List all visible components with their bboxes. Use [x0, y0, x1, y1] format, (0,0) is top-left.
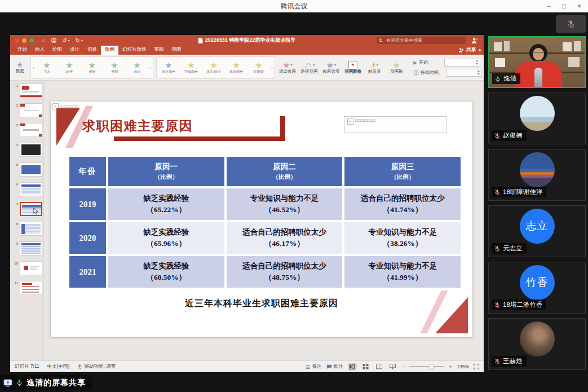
screen-share-banner[interactable]: 逸清的屏幕共享 [0, 375, 92, 390]
redo-icon[interactable]: ↻ [75, 35, 79, 46]
home-icon[interactable]: ⌂ [42, 35, 46, 46]
tab-insert[interactable]: 插入 [31, 45, 48, 55]
slide-table[interactable]: 年份 原因一（比例） 原因二（比例） 原因三（比例） 2019 缺乏实践经验（6… [69, 157, 461, 288]
accessibility-status[interactable]: 辅助功能: 调查 [84, 363, 116, 370]
undo-caret-icon[interactable]: ▾ [68, 38, 69, 42]
minimize-button[interactable]: − [547, 0, 551, 12]
participant-tile-wangmehan[interactable]: 王赫焓 [488, 318, 586, 370]
fit-to-window-icon[interactable] [474, 364, 479, 369]
toolbar-caret-icon[interactable]: ▾ [81, 38, 83, 42]
gallery-prev-icon[interactable]: ‹ [32, 65, 36, 71]
slide-sorter-view-button[interactable] [361, 363, 370, 371]
table-year-cell: 2019 [69, 188, 106, 220]
traffic-light-minimize-icon[interactable] [22, 38, 26, 43]
tab-design[interactable]: 设计 [66, 45, 83, 55]
normal-view-button[interactable] [348, 363, 357, 371]
start-select[interactable] [444, 59, 480, 67]
language-indicator[interactable]: 中文(中国) [47, 363, 70, 370]
missing-image-placeholder-box[interactable]: × □□□□□□□ [344, 116, 446, 133]
slide-caption[interactable]: 近三年本科毕业生求职困难主要原因 [51, 298, 472, 310]
slide-thumbnail-6[interactable]: 6 [10, 182, 43, 196]
comments-button[interactable]: 批注 [326, 363, 343, 370]
tab-view[interactable]: 视图 [168, 45, 185, 55]
zoom-slider[interactable] [409, 366, 444, 367]
slide-thumbnail-1[interactable]: 1 [10, 83, 43, 98]
animation-pane-button[interactable]: ★ 动画窗格 [343, 60, 362, 74]
notes-button[interactable]: 备注 [305, 363, 322, 370]
slide-thumbnail-3[interactable]: 3 [10, 123, 43, 137]
participant-name-chip: 王赫焓 [492, 356, 527, 367]
slide-thumbnail-7-selected[interactable]: 7 [10, 202, 43, 216]
tab-transitions[interactable]: 切换 [83, 45, 101, 55]
effect-fly-in[interactable]: ★ 飞入 [36, 61, 58, 74]
effect-star-icon: ★ [133, 61, 140, 69]
current-slide[interactable]: × □□□□□□□ 求职困难主要原因 × □□□□□□□ 年份 原因一（比例） [51, 102, 472, 337]
add-person-icon [458, 47, 464, 53]
save-icon[interactable] [51, 38, 56, 43]
mic-muted-icon [494, 302, 501, 309]
effect-grow-shrink[interactable]: ★ 放大/缩小 [202, 61, 225, 74]
exit-effects-button[interactable]: ★▾ 退出效果 [278, 60, 297, 74]
effect-fill-color[interactable]: ★ 填充颜色 [157, 61, 180, 74]
collapse-ribbon-icon[interactable]: ∧ [478, 48, 481, 52]
participant-tile-xiejiayang[interactable]: 18听障谢佳洋 [488, 149, 586, 201]
preview-button[interactable]: ★ 预览 [12, 61, 28, 74]
effect-line-color[interactable]: ★ 线条颜色 [225, 61, 247, 74]
traffic-light-zoom-icon[interactable] [29, 38, 34, 43]
motion-path-button[interactable]: ▾ 路径动画 [300, 60, 319, 74]
table-cell: 缺乏实践经验（65.22%） [108, 188, 224, 220]
zoom-in-button[interactable]: + [449, 364, 452, 370]
effect-star-icon: ★ [255, 61, 262, 69]
undo-icon[interactable]: ↺ [62, 35, 67, 46]
close-button[interactable]: × [577, 0, 581, 12]
participant-tile-yuanzhili[interactable]: 志立 元志立 [488, 205, 586, 257]
slide-thumbnail-11[interactable]: 11 [10, 281, 43, 295]
slide-thumbnail-10[interactable]: 10 [10, 261, 43, 275]
table-year-cell: 2020 [69, 222, 106, 254]
slide-thumbnail-9[interactable]: 9 [10, 241, 43, 256]
effect-wheel[interactable]: ★ 轮子 [58, 61, 81, 74]
options-star-icon: ★ [326, 61, 334, 69]
effect-font-color[interactable]: ★ 字体颜色 [180, 61, 202, 74]
tab-slideshow[interactable]: 幻灯片放映 [118, 45, 151, 55]
effect-fade[interactable]: ★ 淡化 [126, 61, 148, 74]
preview-label: 预览 [16, 68, 24, 74]
slide-thumbnail-5[interactable]: 5 [10, 162, 43, 177]
maximize-button[interactable]: □ [562, 0, 566, 12]
document-title: 20220331 特教学院22届毕业生就业指导 [205, 37, 296, 44]
effect-star-icon: ★ [43, 61, 50, 69]
slide-thumbnail-8[interactable]: 8 [10, 222, 43, 236]
tab-review[interactable]: 审阅 [151, 45, 168, 55]
slide-thumbnail-4[interactable]: 4 [10, 143, 43, 157]
tab-draw[interactable]: 绘图 [48, 45, 66, 55]
trigger-button[interactable]: ▾ 触发器 [365, 60, 384, 74]
effect-spin[interactable]: ★ 陀螺旋 [247, 61, 270, 74]
slide-title[interactable]: 求职困难主要原因 [82, 117, 193, 135]
tab-animations[interactable]: 动画 [101, 45, 118, 55]
effect-star-icon: ★ [110, 61, 118, 69]
presenter-icon[interactable] [471, 37, 478, 44]
effect-wipe[interactable]: ★ 擦除 [81, 61, 103, 74]
gallery-next-icon[interactable]: › [148, 65, 152, 71]
duration-input[interactable] [446, 69, 482, 77]
slide-thumbnail-2[interactable]: 2 [10, 103, 43, 117]
share-button[interactable]: 共享 ∧ [458, 47, 481, 55]
participant-tile-panzhuxiang[interactable]: 竹香 18培二潘竹香 [488, 262, 586, 314]
effect-split[interactable]: ★ 劈裂 [103, 61, 126, 74]
reading-view-button[interactable] [375, 363, 384, 371]
self-mic-muted-panel[interactable] [556, 15, 586, 33]
animation-painter-button[interactable]: ★ 动画刷 [387, 60, 406, 74]
effect-options-button[interactable]: ★▾ 效果选项 [321, 60, 341, 74]
zoom-out-button[interactable]: − [402, 364, 405, 370]
participant-tile-zhaojunnan[interactable]: 赵俊楠 [488, 93, 586, 144]
search-box[interactable] [377, 37, 466, 44]
traffic-light-close-icon[interactable] [15, 38, 19, 43]
zoom-slider-knob[interactable] [428, 364, 435, 370]
zoom-level[interactable]: 135% [457, 364, 469, 369]
gallery-next-icon[interactable]: › [270, 65, 274, 71]
search-input[interactable] [385, 37, 463, 43]
tab-home[interactable]: 开始 [14, 45, 31, 55]
share-banner-text: 逸清的屏幕共享 [26, 378, 86, 388]
slideshow-view-button[interactable] [388, 363, 397, 371]
participant-tile-yiqing[interactable]: 逸清 [488, 36, 586, 88]
